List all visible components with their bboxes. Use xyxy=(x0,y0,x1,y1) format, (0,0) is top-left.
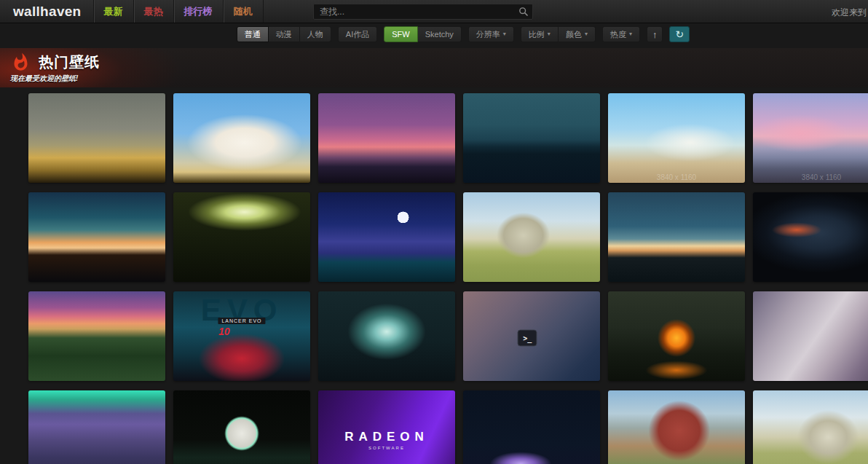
resolution-dropdown[interactable]: 分辨率▾ xyxy=(468,26,514,42)
radeon-title-text: RADEON xyxy=(318,430,455,444)
button-label: 人物 xyxy=(307,29,323,40)
welcome-text: 欢迎来到 xyxy=(832,7,867,19)
ratio-dropdown[interactable]: 比例▾ xyxy=(521,26,559,42)
wallpaper-thumb-6[interactable]: 3840 x 1160 xyxy=(753,93,868,183)
ai-art-button[interactable]: AI作品 xyxy=(338,26,377,42)
flame-icon xyxy=(10,52,31,72)
nav-item-toplist[interactable]: 排行榜 xyxy=(173,0,223,23)
category-group: 普通动漫人物 xyxy=(237,26,331,42)
wallpaper-thumb-12[interactable] xyxy=(753,192,868,282)
wallpaper-thumb-11[interactable] xyxy=(608,192,745,282)
nav-item-random[interactable]: 随机 xyxy=(223,0,264,23)
wallpaper-thumb-10[interactable] xyxy=(463,192,600,282)
wallpaper-thumb-7[interactable] xyxy=(28,192,165,282)
chevron-down-icon: ▾ xyxy=(585,31,588,37)
page-title: 热门壁纸 xyxy=(39,52,100,72)
wallpaper-thumb-5[interactable]: 3840 x 1160 xyxy=(608,93,745,183)
button-label: AI作品 xyxy=(346,29,369,40)
wallpaper-thumb-4[interactable] xyxy=(463,93,600,183)
main-menu: 最新最热排行榜随机 xyxy=(93,0,264,23)
resolution-label: 3840 x 1160 xyxy=(608,173,745,181)
purity-group: SFWSketchy xyxy=(384,26,462,42)
dropdown-group: 热度▾ xyxy=(602,26,640,42)
wallpaper-thumb-16[interactable]: >_ xyxy=(463,291,600,381)
terminal-icon: >_ xyxy=(518,329,537,346)
evo-number: 10 xyxy=(218,326,230,337)
resolution-label: 3840 x 1160 xyxy=(753,173,868,181)
wallpaper-thumb-22[interactable] xyxy=(463,390,600,464)
chevron-down-icon: ▾ xyxy=(503,31,506,37)
wallpaper-thumb-24[interactable] xyxy=(753,390,868,464)
button-label: 分辨率 xyxy=(476,29,500,40)
chevron-down-icon: ▾ xyxy=(548,31,551,37)
toplist-dropdown[interactable]: 热度▾ xyxy=(602,26,640,42)
wallpaper-thumb-3[interactable] xyxy=(318,93,455,183)
top-nav: wallhaven 最新最热排行榜随机 欢迎来到 xyxy=(0,0,868,23)
wallpaper-thumb-14[interactable]: EVOLANCER EVO10 xyxy=(173,291,310,381)
nav-item-hot[interactable]: 最热 xyxy=(133,0,173,23)
ai-group: AI作品 xyxy=(338,26,377,42)
chevron-down-icon: ▾ xyxy=(629,31,632,37)
nav-item-latest[interactable]: 最新 xyxy=(93,0,133,23)
wallpaper-thumb-23[interactable] xyxy=(608,390,745,464)
lancer-evo-banner: LANCER EVO xyxy=(218,318,265,324)
search-bar xyxy=(313,4,533,20)
search-icon[interactable] xyxy=(518,7,529,17)
wallpaper-thumb-1[interactable] xyxy=(28,93,165,183)
wallpaper-thumb-20[interactable] xyxy=(173,390,310,464)
category-general-button[interactable]: 普通 xyxy=(237,26,269,42)
button-label: SFW xyxy=(392,30,409,39)
page-header: 热门壁纸 现在最受欢迎的壁纸! xyxy=(0,48,868,87)
scroll-top-button[interactable]: ↑ xyxy=(647,26,663,42)
button-label: 普通 xyxy=(245,29,261,40)
radeon-subtitle-text: SOFTWARE xyxy=(318,446,455,450)
wallpaper-thumb-13[interactable] xyxy=(28,291,165,381)
wallpaper-thumb-18[interactable] xyxy=(753,291,868,381)
wallpaper-grid: 3840 x 11603840 x 1160EVOLANCER EVO10>_R… xyxy=(0,87,868,464)
category-anime-button[interactable]: 动漫 xyxy=(269,26,300,42)
purity-sfw-button[interactable]: SFW xyxy=(384,26,417,42)
wallpaper-thumb-21[interactable]: RADEONSOFTWARE xyxy=(318,390,455,464)
refresh-button[interactable]: ↻ xyxy=(669,26,690,42)
dropdown-group: 比例▾颜色▾ xyxy=(521,26,596,42)
wallpaper-thumb-8[interactable] xyxy=(173,192,310,282)
filter-toolbar: 普通动漫人物AI作品SFWSketchy分辨率▾比例▾颜色▾热度▾↑↻ xyxy=(0,23,868,45)
wallpaper-thumb-9[interactable] xyxy=(318,192,455,282)
dropdown-group: 分辨率▾ xyxy=(468,26,514,42)
wallpaper-thumb-17[interactable] xyxy=(608,291,745,381)
button-label: 热度 xyxy=(610,29,626,40)
search-input[interactable] xyxy=(313,4,533,20)
button-label: 动漫 xyxy=(276,29,292,40)
wallpaper-thumb-15[interactable] xyxy=(318,291,455,381)
wallpaper-thumb-19[interactable] xyxy=(28,390,165,464)
wallpaper-thumb-2[interactable] xyxy=(173,93,310,183)
site-logo[interactable]: wallhaven xyxy=(0,0,93,23)
category-people-button[interactable]: 人物 xyxy=(300,26,331,42)
page-subtitle: 现在最受欢迎的壁纸! xyxy=(10,74,868,84)
button-label: 比例 xyxy=(529,29,545,40)
purity-sketchy-button[interactable]: Sketchy xyxy=(418,26,462,42)
colors-dropdown[interactable]: 颜色▾ xyxy=(559,26,596,42)
button-label: 颜色 xyxy=(566,29,582,40)
button-label: Sketchy xyxy=(425,30,454,39)
filter-controls: 普通动漫人物AI作品SFWSketchy分辨率▾比例▾颜色▾热度▾↑↻ xyxy=(237,26,690,42)
